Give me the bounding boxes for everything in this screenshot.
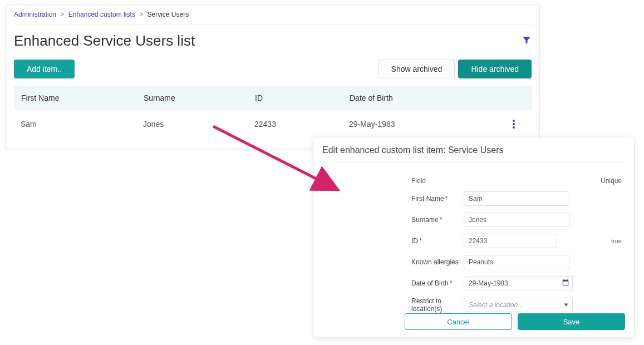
- surname-field[interactable]: [464, 213, 569, 227]
- svg-point-1: [513, 123, 515, 125]
- label-restrict: Restrict to location(s): [411, 297, 464, 313]
- cell-first-name: Sam: [21, 120, 143, 130]
- save-button[interactable]: Save: [518, 313, 625, 330]
- breadcrumb-enhanced-custom-lists[interactable]: Enhanced custom lists: [68, 11, 135, 18]
- allergies-field[interactable]: [464, 255, 569, 269]
- dialog-title: Edit enhanced custom list item: Service …: [322, 145, 625, 162]
- table-row[interactable]: Sam Jones 22433 29-May-1983: [14, 110, 532, 134]
- edit-dialog: Edit enhanced custom list item: Service …: [313, 137, 635, 337]
- header-dob: Date of Birth: [350, 93, 502, 102]
- label-dob: Date of Birth*: [411, 279, 464, 287]
- header-id: ID: [255, 93, 350, 102]
- cell-id: 22433: [254, 120, 349, 130]
- show-archived-button[interactable]: Show archived: [378, 60, 455, 78]
- add-item-button[interactable]: Add item..: [14, 60, 75, 78]
- cell-surname: Jones: [143, 120, 254, 130]
- row-actions-icon[interactable]: [513, 121, 515, 130]
- cell-dob: 29-May-1983: [349, 120, 503, 130]
- form-header-field: Field: [411, 177, 426, 185]
- breadcrumb: Administration > Enhanced custom lists >…: [14, 11, 532, 24]
- cancel-button[interactable]: Cancel: [405, 313, 512, 330]
- svg-point-2: [513, 126, 515, 129]
- hide-archived-button[interactable]: Hide archived: [458, 60, 532, 78]
- first-name-field[interactable]: [464, 191, 569, 206]
- svg-point-0: [513, 120, 515, 122]
- label-surname: Surname*: [411, 216, 464, 224]
- filter-icon[interactable]: [522, 35, 532, 47]
- form-header-unique: Unique: [601, 177, 622, 185]
- header-first-name: First Name: [21, 93, 144, 102]
- label-allergies: Known allergies: [411, 258, 464, 266]
- unique-value: true: [611, 238, 625, 244]
- dob-field[interactable]: [464, 276, 573, 290]
- list-panel: Administration > Enhanced custom lists >…: [6, 4, 540, 149]
- chevron-down-icon: [564, 304, 568, 307]
- calendar-icon[interactable]: [562, 279, 569, 288]
- restrict-location-select[interactable]: Select a location...: [464, 298, 573, 312]
- page-title: Enhanced Service Users list: [14, 32, 195, 50]
- label-id: ID*: [411, 237, 464, 245]
- table-header: First Name Surname ID Date of Birth: [14, 86, 532, 110]
- breadcrumb-administration[interactable]: Administration: [14, 11, 56, 18]
- id-field[interactable]: [464, 234, 557, 248]
- breadcrumb-current: Service Users: [148, 11, 189, 18]
- header-surname: Surname: [144, 93, 255, 102]
- label-first-name: First Name*: [411, 195, 464, 203]
